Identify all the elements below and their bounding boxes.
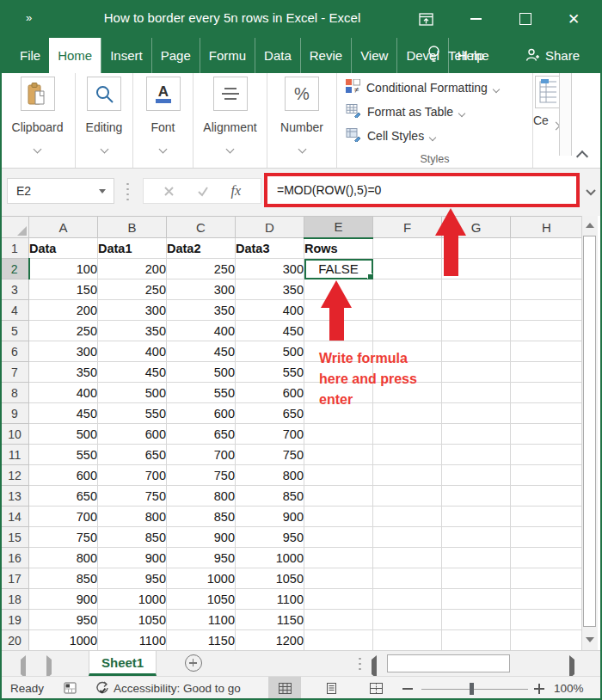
cell-d11[interactable]: 750 (236, 445, 304, 465)
cell-d17[interactable]: 1050 (236, 568, 304, 589)
cell-h4[interactable] (511, 300, 583, 321)
tab-formu[interactable]: Formu (200, 38, 255, 73)
column-header-f[interactable]: F (373, 217, 442, 238)
cell-h7[interactable] (511, 362, 583, 383)
cell-a12[interactable]: 600 (29, 465, 98, 486)
scroll-right-icon[interactable] (569, 660, 574, 675)
row-header-2[interactable]: 2 (1, 259, 29, 279)
cell-h20[interactable] (511, 630, 583, 651)
row-header-5[interactable]: 5 (1, 321, 29, 341)
cell-e19[interactable] (304, 610, 373, 630)
new-sheet-icon[interactable] (185, 654, 202, 672)
scroll-up-icon[interactable] (582, 216, 598, 234)
cell-d4[interactable]: 400 (236, 300, 304, 321)
cell-d15[interactable]: 950 (236, 527, 304, 548)
cell-g11[interactable] (442, 445, 511, 465)
cell-f19[interactable] (373, 610, 442, 630)
zoom-level[interactable]: 100% (554, 682, 584, 695)
cell-d6[interactable]: 500 (236, 341, 304, 362)
cell-c2[interactable]: 250 (167, 259, 236, 279)
cell-g20[interactable] (442, 630, 511, 651)
cell-f4[interactable] (373, 300, 442, 321)
styles-item-cell-styles[interactable]: Cell Styles (337, 121, 532, 145)
cell-d13[interactable]: 850 (236, 486, 304, 507)
cell-b1[interactable]: Data1 (98, 238, 167, 259)
name-box[interactable]: E2 (7, 178, 114, 204)
cell-g10[interactable] (442, 424, 511, 445)
cell-g5[interactable] (442, 321, 511, 341)
row-header-12[interactable]: 12 (1, 465, 29, 486)
cell-h16[interactable] (511, 548, 583, 568)
cell-e16[interactable] (304, 548, 373, 568)
cell-b13[interactable]: 750 (98, 486, 167, 507)
cell-a1[interactable]: Data (29, 238, 98, 259)
tab-home[interactable]: Home (49, 38, 101, 73)
cell-c1[interactable]: Data2 (167, 238, 236, 259)
cell-d19[interactable]: 1150 (236, 610, 304, 630)
minimize-button[interactable] (464, 9, 487, 29)
cell-g4[interactable] (442, 300, 511, 321)
cell-b9[interactable]: 550 (98, 403, 167, 424)
search-icon[interactable] (87, 77, 121, 111)
cell-b10[interactable]: 600 (98, 424, 167, 445)
cell-g15[interactable] (442, 527, 511, 548)
tab-bar-splitter[interactable] (359, 656, 361, 672)
cell-b11[interactable]: 650 (98, 445, 167, 465)
name-box-dropdown-icon[interactable] (99, 189, 106, 193)
cell-b19[interactable]: 1050 (98, 610, 167, 630)
cell-h13[interactable] (511, 486, 583, 507)
cell-h9[interactable] (511, 403, 583, 424)
cell-f2[interactable] (373, 259, 442, 279)
tell-me-control[interactable]: Tell me (427, 38, 489, 73)
column-header-h[interactable]: H (511, 217, 583, 238)
expand-formula-bar-icon[interactable] (585, 184, 597, 200)
formula-bar-splitter[interactable] (126, 181, 129, 200)
cell-b17[interactable]: 950 (98, 568, 167, 589)
cell-d7[interactable]: 550 (236, 362, 304, 383)
cell-h18[interactable] (511, 589, 583, 610)
cell-f17[interactable] (373, 568, 442, 589)
cell-a7[interactable]: 350 (29, 362, 98, 383)
cell-h15[interactable] (511, 527, 583, 548)
vertical-scrollbar[interactable] (581, 216, 598, 650)
row-header-18[interactable]: 18 (1, 589, 29, 610)
cell-h19[interactable] (511, 610, 583, 630)
cell-b12[interactable]: 700 (98, 465, 167, 486)
cell-a4[interactable]: 200 (29, 300, 98, 321)
cell-c14[interactable]: 850 (167, 507, 236, 527)
cell-b14[interactable]: 800 (98, 507, 167, 527)
cell-c6[interactable]: 450 (167, 341, 236, 362)
cell-d12[interactable]: 800 (236, 465, 304, 486)
cell-d1[interactable]: Data3 (236, 238, 304, 259)
tab-revie[interactable]: Revie (300, 38, 351, 73)
cell-g12[interactable] (442, 465, 511, 486)
accessibility-status[interactable]: Accessibility: Good to go (114, 682, 241, 695)
cell-f16[interactable] (373, 548, 442, 568)
cell-h8[interactable] (511, 383, 583, 403)
cell-c12[interactable]: 750 (167, 465, 236, 486)
cell-h5[interactable] (511, 321, 583, 341)
row-header-9[interactable]: 9 (1, 403, 29, 424)
zoom-slider-track[interactable] (421, 689, 528, 691)
scroll-down-icon[interactable] (582, 631, 598, 648)
row-header-13[interactable]: 13 (1, 486, 29, 507)
row-header-14[interactable]: 14 (1, 507, 29, 527)
cell-d16[interactable]: 1000 (236, 548, 304, 568)
cell-e17[interactable] (304, 568, 373, 589)
zoom-slider-handle[interactable] (470, 683, 474, 695)
cell-a11[interactable]: 550 (29, 445, 98, 465)
cell-c20[interactable]: 1150 (167, 630, 236, 651)
column-header-d[interactable]: D (236, 217, 304, 238)
cell-a8[interactable]: 400 (29, 383, 98, 403)
cell-c8[interactable]: 550 (167, 383, 236, 403)
cell-d8[interactable]: 600 (236, 383, 304, 403)
percent-icon[interactable]: % (285, 77, 319, 111)
cells-group-icon[interactable] (535, 76, 561, 108)
tab-insert[interactable]: Insert (101, 38, 151, 73)
cell-e10[interactable] (304, 424, 373, 445)
cell-c11[interactable]: 700 (167, 445, 236, 465)
ribbon-display-options-icon[interactable] (415, 9, 437, 29)
cell-a5[interactable]: 250 (29, 321, 98, 341)
cell-e18[interactable] (304, 589, 373, 610)
cell-a20[interactable]: 1000 (29, 630, 98, 651)
